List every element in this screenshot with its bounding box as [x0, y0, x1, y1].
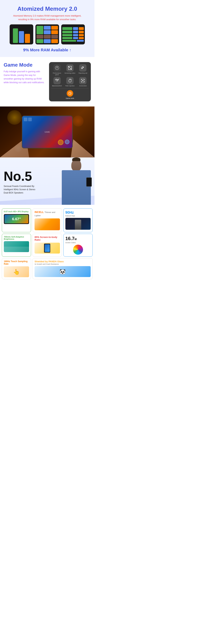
- game-panel-item-palm: Palm rejection: [64, 77, 76, 87]
- game-mode-section: Game Mode Fully indulge yourself in gami…: [0, 57, 95, 106]
- refresh-image: [65, 218, 91, 230]
- game-panel-item-screen: Screening notice: [64, 64, 76, 76]
- phone-gaming: GAME: [22, 116, 73, 148]
- bv-label: Blackview2024: [52, 85, 62, 87]
- no5-left: No.5 Sensual Feasts Coordinated By Intel…: [4, 170, 40, 194]
- game-title-overlay: GAME: [44, 131, 50, 133]
- bv-icon: [53, 77, 61, 84]
- no5-title: No.5: [4, 170, 40, 183]
- box3-row4: [62, 37, 84, 39]
- screen-label: Screening notice: [65, 72, 75, 74]
- b3-blue-4: [73, 37, 78, 39]
- ram-diagram-2: [35, 24, 59, 44]
- person-figure: [60, 159, 93, 205]
- ram-diagram-3: [61, 24, 85, 44]
- ratio-label: 85% Screen-to-body Ratio: [34, 236, 60, 241]
- perf-icon: [53, 64, 61, 72]
- gaming-overlay: GAME: [0, 106, 95, 158]
- panda-sub: 3x Scratch and Crack Resistance: [34, 263, 91, 265]
- specs-grid: 6.67-inch HD+ IPS Display 6.67" INCELL T…: [2, 208, 93, 279]
- cell-blue-4: [44, 39, 50, 43]
- b3-green-1: [62, 27, 72, 30]
- cell-green-4: [36, 39, 43, 43]
- bar-blue-1: [19, 31, 24, 43]
- b3-orange-1: [79, 27, 84, 30]
- panda-emoji: 🐼: [59, 269, 66, 275]
- ratio-image: [34, 243, 60, 254]
- screen-icon: [66, 64, 74, 72]
- no5-section: No.5 Sensual Feasts Coordinated By Intel…: [0, 158, 95, 205]
- ram-label-text: More RAM Available ↑: [29, 48, 71, 52]
- spec-card-panda: Shielded by PANDA Glass 3x Scratch and C…: [32, 258, 93, 279]
- hand-right: [71, 121, 95, 158]
- b3-blue-5: [77, 40, 84, 42]
- no5-person-area: [56, 158, 95, 205]
- display-preview: 6.67": [4, 214, 29, 224]
- svg-point-1: [57, 68, 57, 68]
- game-tools-row: Game tools: [51, 88, 89, 99]
- person-body: [62, 170, 91, 205]
- bar-orange-1: [25, 34, 30, 43]
- game-mode-desc: Fully indulge yourself in gaming with Ga…: [4, 70, 45, 84]
- call-icon: [79, 64, 87, 72]
- atomized-desc: Atomized Memory 2.0 makes RAM management…: [9, 14, 85, 21]
- touch-emoji: 👆: [13, 269, 20, 275]
- touch-label: 180Hz Touch Sampling Rate: [4, 260, 29, 265]
- svg-point-4: [83, 80, 84, 81]
- bar-green-1: [13, 28, 18, 43]
- brightness-overlay: [4, 247, 29, 252]
- hud-circle-1: [58, 140, 63, 145]
- colors-sub: Screen Colors: [65, 242, 91, 244]
- refresh-figure: [75, 220, 81, 230]
- svg-point-3: [57, 81, 57, 82]
- b3-orange-4: [79, 37, 84, 39]
- hud-top-left: [24, 118, 32, 121]
- ram-diagrams: [4, 24, 91, 44]
- palm-label: Palm rejection: [65, 85, 75, 87]
- incell-label-row: INCELL Thinner and Lighter: [34, 210, 60, 217]
- person-head: [71, 159, 81, 171]
- brightness-image: [4, 241, 29, 252]
- box3-row1: [62, 27, 84, 30]
- hud-circle-2: [65, 140, 69, 144]
- atomized-title: Atomized Memory 2.0: [4, 6, 91, 12]
- cell-brown-2: [44, 35, 50, 39]
- call-label: Rejecting call: [79, 72, 87, 74]
- b3-green-4: [62, 37, 72, 39]
- b3-blue-1: [73, 27, 78, 30]
- spec-card-refresh: 90Hz Refresh Rate: [63, 208, 93, 232]
- game-panel-item-screenshot: Screenshot: [77, 77, 89, 87]
- spec-card-ratio: 85% Screen-to-body Ratio: [32, 234, 62, 257]
- game-panel-item-perf: Performance panel: [51, 64, 63, 76]
- spec-card-incell: INCELL Thinner and Lighter: [32, 208, 62, 232]
- box3-row5: [62, 40, 84, 42]
- game-panel-item-call: Rejecting call: [77, 64, 89, 76]
- b3-green-2: [62, 31, 72, 33]
- person-hair: [72, 158, 81, 161]
- perf-label: Performance panel: [51, 72, 63, 76]
- incell-image: [34, 218, 60, 230]
- touch-image: 👆: [4, 266, 29, 277]
- box3-row3: [62, 34, 84, 36]
- palm-icon: [66, 77, 74, 84]
- screenshot-icon: [79, 77, 87, 84]
- refresh-sub: Refresh Rate: [65, 215, 91, 217]
- atomized-section: Atomized Memory 2.0 Atomized Memory 2.0 …: [0, 0, 95, 57]
- gaming-image-section: GAME: [0, 106, 95, 158]
- hud-bottom-right: [58, 140, 69, 145]
- ratio-phone: [44, 244, 50, 253]
- incell-label: INCELL: [34, 210, 44, 214]
- ram-percent: 9%: [23, 48, 29, 52]
- game-panel: Performance panel Screening notice: [49, 62, 91, 102]
- spec-card-brightness: 700nits Self-Adaptive Brightness: [2, 234, 31, 257]
- ram-diagram-1: [10, 24, 33, 44]
- panda-label: Shielded by PANDA Glass: [34, 260, 91, 263]
- box3-row2: [62, 31, 84, 33]
- atomized-desc-end: more RAM available for smoother tasks.: [34, 18, 76, 21]
- brightness-label: 700nits Self-Adaptive Brightness: [4, 236, 29, 240]
- person-phone: [86, 178, 92, 186]
- cell-brown-3: [51, 35, 58, 39]
- game-tools-label: Game tools: [66, 98, 74, 99]
- spec-card-display: 6.67-inch HD+ IPS Display 6.67": [2, 208, 31, 232]
- cell-blue-2: [44, 30, 50, 34]
